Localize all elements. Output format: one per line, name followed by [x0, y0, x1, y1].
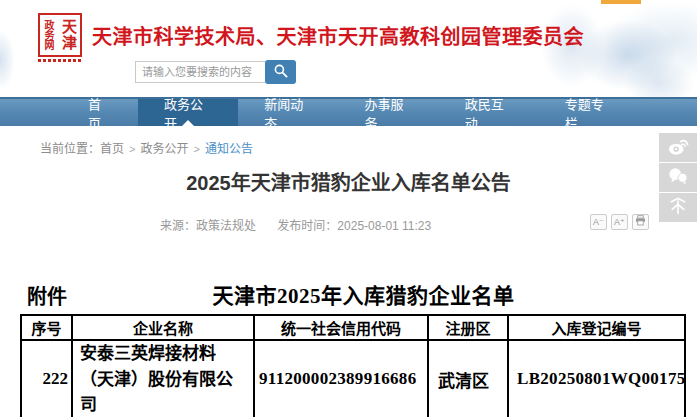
font-increase-button[interactable]: A⁺	[611, 214, 628, 230]
search-bar	[135, 60, 296, 84]
header-cell-reg-no: 入库登记编号	[508, 315, 685, 340]
main-nav: 首页 政务公开 新闻动态 办事服务 政民互动 专题专栏	[0, 97, 697, 126]
attachment-header: 附件 天津市2025年入库猎豹企业名单	[0, 279, 697, 309]
breadcrumb-link-notices[interactable]: 通知公告	[205, 142, 253, 156]
seal-subtext	[38, 59, 82, 62]
nav-item-services[interactable]: 办事服务	[338, 99, 438, 126]
seal-text-right: 天津	[58, 19, 79, 51]
cell-company: 安泰三英焊接材料（天津）股份有限公司	[72, 340, 254, 417]
attachment-label: 附件	[27, 281, 67, 310]
breadcrumb-link-home[interactable]: 首页	[100, 142, 124, 156]
header-cell-company: 企业名称	[72, 315, 254, 340]
breadcrumb-prefix: 当前位置：	[40, 142, 100, 156]
seal-text-left: 政务网	[41, 20, 56, 50]
cell-district: 武清区	[428, 340, 508, 417]
nav-item-interaction[interactable]: 政民互动	[439, 99, 539, 126]
font-controls: A⁻ A⁺	[590, 214, 649, 230]
logo-row: 天津 政务网 天津市科学技术局、天津市天开高教科创园管理委员会	[0, 0, 697, 62]
article-title: 2025年天津市猎豹企业入库名单公告	[0, 167, 697, 196]
table-header-row: 序号 企业名称 统一社会信用代码 注册区 入库登记编号	[21, 315, 685, 340]
article-source: 来源：政策法规处	[160, 219, 256, 233]
table-row: 222 安泰三英焊接材料（天津）股份有限公司 91120000238991668…	[21, 340, 685, 417]
breadcrumb-separator: >	[129, 143, 135, 155]
share-wechat-button[interactable]	[659, 163, 697, 192]
site-title: 天津市科学技术局、天津市天开高教科创园管理委员会	[92, 13, 584, 50]
nav-item-news[interactable]: 新闻动态	[238, 99, 338, 126]
share-weibo-button[interactable]	[659, 133, 697, 162]
back-to-top-icon	[668, 196, 688, 220]
cell-reg-no: LB20250801WQ00175	[508, 340, 685, 417]
attachment-table-title: 天津市2025年入库猎豹企业名单	[0, 279, 697, 309]
share-bar	[659, 133, 697, 222]
search-icon	[273, 63, 289, 82]
enterprise-table: 序号 企业名称 统一社会信用代码 注册区 入库登记编号 222 安泰三英焊接材料…	[20, 314, 686, 417]
weibo-icon	[667, 136, 689, 160]
header-cell-credit-code: 统一社会信用代码	[254, 315, 428, 340]
attachment-document: 附件 天津市2025年入库猎豹企业名单 序号 企业名称 统一社会信用代码 注册区…	[0, 279, 697, 417]
cell-credit-code: 911200002389916686	[254, 340, 428, 417]
breadcrumb-separator: >	[193, 143, 199, 155]
breadcrumb-link-gov-affairs[interactable]: 政务公开	[140, 142, 188, 156]
nav-item-home[interactable]: 首页	[62, 99, 138, 126]
site-logo[interactable]: 天津 政务网	[38, 13, 82, 62]
article-publish-time: 发布时间：2025-08-01 11:23	[277, 219, 431, 233]
nav-item-special-topics[interactable]: 专题专栏	[539, 99, 639, 126]
cell-seq: 222	[21, 340, 72, 417]
article-meta: 来源：政策法规处 发布时间：2025-08-01 11:23 A⁻ A⁺	[0, 216, 697, 234]
nav-item-gov-affairs[interactable]: 政务公开	[138, 99, 238, 126]
print-button[interactable]	[632, 214, 649, 230]
gov-seal-icon: 天津 政务网	[38, 13, 82, 57]
header-cell-seq: 序号	[21, 315, 72, 340]
font-decrease-button[interactable]: A⁻	[590, 214, 607, 230]
search-button[interactable]	[265, 60, 296, 84]
wechat-icon	[667, 166, 689, 190]
printer-icon	[635, 215, 646, 230]
site-header: 天津 政务网 天津市科学技术局、天津市天开高教科创园管理委员会	[0, 0, 697, 97]
header-cell-district: 注册区	[428, 315, 508, 340]
search-input[interactable]	[135, 61, 265, 83]
page: 天津 政务网 天津市科学技术局、天津市天开高教科创园管理委员会 首页 政务公	[0, 0, 697, 417]
back-to-top-button[interactable]	[659, 193, 697, 222]
